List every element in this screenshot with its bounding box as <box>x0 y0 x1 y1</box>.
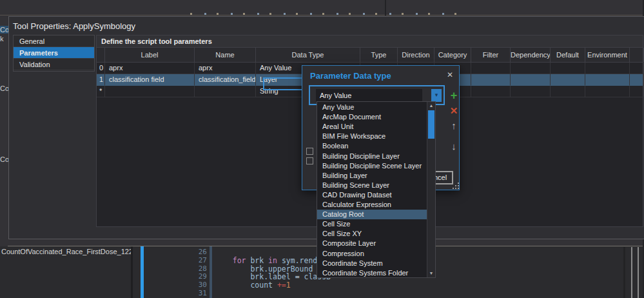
clipped-tree-item-text: k <box>0 35 5 43</box>
dropdown-item-coordinate-system[interactable]: Coordinate System <box>317 259 432 268</box>
cell-environment <box>585 86 630 97</box>
dropdown-scrollbar[interactable]: ▲ ▼ <box>427 102 435 277</box>
window-edge-line <box>638 247 639 298</box>
dropdown-item-boolean[interactable]: Boolean <box>317 141 432 151</box>
code-token: += <box>277 281 286 290</box>
column-header-environment: Environment <box>585 48 630 62</box>
column-header-type: Type <box>360 48 398 62</box>
resize-grip[interactable] <box>453 183 459 189</box>
popup-checkbox[interactable] <box>306 148 313 155</box>
column-header-direction: Direction <box>398 48 434 62</box>
cell-name: aprx <box>195 63 256 74</box>
move-down-icon[interactable]: ↓ <box>448 141 460 152</box>
dropdown-item-bim-file-workspace[interactable]: BIM File Workspace <box>317 132 432 141</box>
code-line-number: 31 <box>190 289 207 297</box>
cell-default <box>551 74 585 86</box>
code-token: = <box>295 272 304 281</box>
scrollbar-thumb[interactable] <box>428 110 434 139</box>
sidebar-item-parameters[interactable]: Parameters <box>14 47 94 59</box>
move-up-icon[interactable]: ↑ <box>448 120 460 131</box>
dropdown-item-compression[interactable]: Compression <box>317 249 432 259</box>
popup-title: Parameter Data type <box>310 71 391 81</box>
dialog-nav-list: GeneralParametersValidation <box>13 35 95 72</box>
dropdown-item-any-value[interactable]: Any Value <box>317 103 432 112</box>
column-header-name: Name <box>195 48 256 62</box>
cell-row-number: 0 <box>97 63 105 74</box>
top-panel-vertical-divider <box>385 0 386 15</box>
table-header-row: LabelNameData TypeTypeDirectionCategoryF… <box>97 48 643 63</box>
cell-label: aprx <box>105 63 195 74</box>
scroll-up-icon[interactable]: ▲ <box>427 102 435 110</box>
parameters-panel-header-label: Define the script tool parameters <box>101 37 212 45</box>
add-data-type-icon[interactable]: + <box>448 89 460 103</box>
dropdown-item-building-discipline-layer[interactable]: Building Discipline Layer <box>317 152 432 161</box>
code-line[interactable]: count +=1 <box>215 281 291 290</box>
code-token: count <box>215 281 277 290</box>
dropdown-item-building-discipline-scene-layer[interactable]: Building Discipline Scene Layer <box>317 161 432 171</box>
resize-grip-dot <box>455 185 456 186</box>
window-edge-line <box>631 247 632 298</box>
cell-default <box>551 86 585 97</box>
close-icon[interactable]: ✕ <box>447 70 453 79</box>
cell-filter <box>471 63 511 74</box>
column-header-dependency: Dependency <box>511 48 551 62</box>
sidebar-item-validation[interactable]: Validation <box>14 59 94 70</box>
data-type-combo-input[interactable]: Any Value <box>316 89 422 102</box>
scroll-down-icon[interactable]: ▼ <box>427 270 435 277</box>
dropdown-item-building-scene-layer[interactable]: Building Scene Layer <box>317 181 432 190</box>
column-header-data-type: Data Type <box>256 48 360 62</box>
cell-dependency <box>511 86 551 97</box>
resize-grip-dot <box>453 188 454 189</box>
resize-grip-dot <box>458 183 459 184</box>
cell-dependency <box>511 63 551 74</box>
cell-label <box>105 86 195 97</box>
dropdown-item-coordinate-systems-folder[interactable]: Coordinate Systems Folder <box>317 268 432 278</box>
resize-grip-dot <box>458 185 459 186</box>
column-header-category: Category <box>434 48 471 62</box>
column-header-label: Label <box>105 48 195 62</box>
column-header-default: Default <box>551 48 585 62</box>
active-panel-indicator-bar <box>141 246 144 298</box>
dropdown-item-cell-size[interactable]: Cell Size <box>317 219 432 229</box>
dropdown-item-composite-layer[interactable]: Composite Layer <box>317 239 432 248</box>
code-line-number: 29 <box>190 272 207 281</box>
code-line-number: 26 <box>190 248 207 256</box>
cell-name <box>195 86 256 97</box>
data-type-dropdown-list: Any ValueArcMap DocumentAreal UnitBIM Fi… <box>317 101 436 278</box>
column-header-blank <box>630 48 644 62</box>
dropdown-item-cell-size-xy[interactable]: Cell Size XY <box>317 229 432 239</box>
dropdown-item-calculator-expression[interactable]: Calculator Expression <box>317 200 432 210</box>
resize-grip-dot <box>455 188 456 189</box>
top-panel-divider <box>0 15 644 15</box>
catalog-panel: CountOfVaccinated_Race_FirstDose_1229202… <box>0 246 131 298</box>
cell-default <box>551 63 585 74</box>
cell-row-number: * <box>97 86 105 97</box>
code-line-number: 30 <box>190 281 207 289</box>
code-token: 1 <box>286 281 291 290</box>
code-gutter-indicator <box>210 246 212 298</box>
cell-row-number <box>630 74 644 86</box>
layer-name-label: CountOfVaccinated_Race_FirstDose_1229202… <box>1 248 153 255</box>
cell-name: classification_field <box>195 74 256 86</box>
dropdown-item-catalog-root[interactable]: Catalog Root <box>317 210 432 219</box>
cell-row-number: 1 <box>97 74 105 86</box>
cell-row-number <box>630 63 644 74</box>
window-edge-line <box>623 247 625 298</box>
popup-checkbox[interactable] <box>306 157 313 164</box>
remove-data-type-icon[interactable]: ✕ <box>448 105 460 117</box>
column-header-blank <box>97 48 105 62</box>
cell-label: classification field <box>105 74 195 86</box>
dropdown-item-areal-unit[interactable]: Areal Unit <box>317 122 432 132</box>
dialog-title: Tool Properties: ApplySymbology <box>13 21 135 31</box>
dropdown-item-arcmap-document[interactable]: ArcMap Document <box>317 112 432 122</box>
parameters-panel-header: Define the script tool parameters <box>97 35 643 48</box>
chevron-down-icon[interactable]: ▾ <box>431 89 442 102</box>
dropdown-item-cad-drawing-dataset[interactable]: CAD Drawing Dataset <box>317 190 432 200</box>
cell-row-number <box>630 86 644 97</box>
sidebar-item-general[interactable]: General <box>14 35 94 47</box>
cell-filter <box>471 74 511 86</box>
resize-grip-dot <box>458 188 459 189</box>
code-line-number: 28 <box>190 264 207 273</box>
cell-environment <box>585 63 630 74</box>
dropdown-item-building-layer[interactable]: Building Layer <box>317 171 432 181</box>
